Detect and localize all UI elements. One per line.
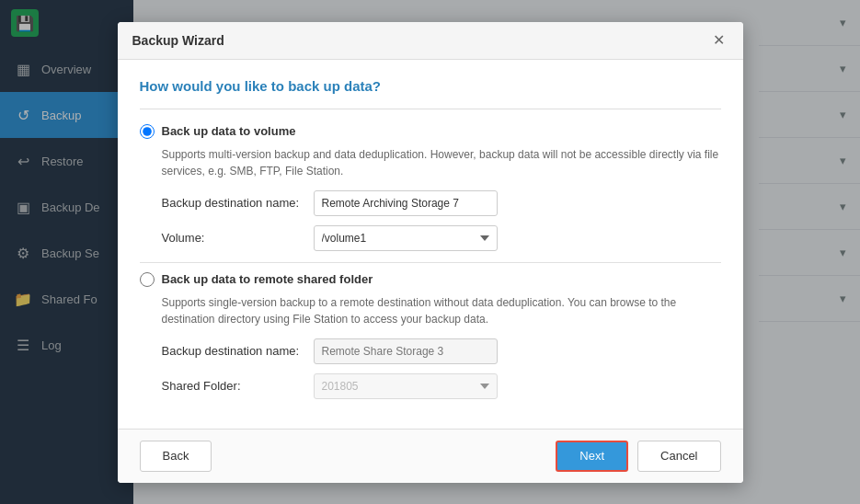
option2-label: Back up data to remote shared folder (162, 272, 373, 286)
modal-header: Backup Wizard ✕ (118, 22, 743, 60)
option2-radio-row: Back up data to remote shared folder (140, 272, 721, 287)
option1-volume-select[interactable]: /volume1 /volume2 (314, 225, 498, 251)
option2-folder-label: Shared Folder: (162, 379, 314, 393)
modal-title: Backup Wizard (132, 33, 224, 48)
cancel-button[interactable]: Cancel (637, 441, 720, 472)
option2-description: Supports single-version backup to a remo… (162, 294, 721, 327)
option2-section: Back up data to remote shared folder Sup… (140, 272, 721, 399)
option2-dest-label: Backup destination name: (162, 344, 314, 358)
option1-dest-row: Backup destination name: (162, 190, 721, 216)
modal-question: How would you like to back up data? (140, 78, 721, 94)
option2-radio[interactable] (140, 272, 155, 287)
modal-close-button[interactable]: ✕ (710, 31, 728, 50)
option1-volume-label: Volume: (162, 231, 314, 245)
footer-right-buttons: Next Cancel (556, 441, 720, 472)
option2-dest-input (314, 338, 498, 364)
option1-radio[interactable] (140, 124, 155, 139)
option1-volume-row: Volume: /volume1 /volume2 (162, 225, 721, 251)
back-button[interactable]: Back (140, 441, 212, 472)
option1-section: Back up data to volume Supports multi-ve… (140, 124, 721, 251)
option1-dest-input[interactable] (314, 190, 498, 216)
section-separator (140, 262, 721, 263)
modal-footer: Back Next Cancel (118, 429, 743, 483)
backup-wizard-modal: Backup Wizard ✕ How would you like to ba… (118, 22, 743, 483)
option2-folder-select: 201805 201806 (314, 373, 498, 399)
option1-dest-label: Backup destination name: (162, 196, 314, 210)
option1-description: Supports multi-version backup and data d… (162, 146, 721, 179)
option2-dest-row: Backup destination name: (162, 338, 721, 364)
modal-body: How would you like to back up data? Back… (118, 60, 743, 429)
modal-overlay: Backup Wizard ✕ How would you like to ba… (0, 0, 860, 504)
next-button[interactable]: Next (556, 441, 628, 472)
option1-radio-row: Back up data to volume (140, 124, 721, 139)
option2-folder-row: Shared Folder: 201805 201806 (162, 373, 721, 399)
modal-divider (140, 109, 721, 109)
option1-label: Back up data to volume (162, 124, 296, 138)
